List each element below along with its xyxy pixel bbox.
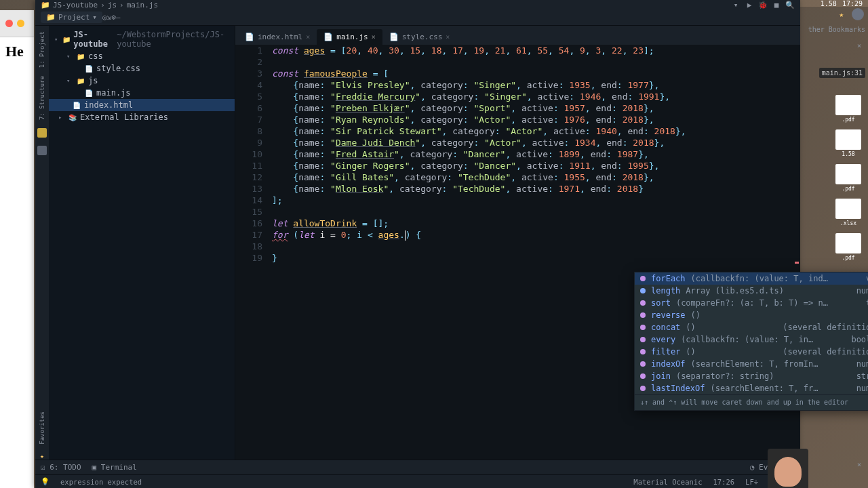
tree-index-file[interactable]: 📄index.html (49, 99, 235, 111)
completion-item[interactable]: forEach(callbackfn: (value: T, ind…void (635, 272, 868, 285)
tree-js-file[interactable]: 📄main.js (49, 87, 235, 99)
traffic-min-icon[interactable] (17, 20, 24, 27)
bottom-tool-tabs: ☑ 6: TODO ▣ Terminal ◔ Event Lo (35, 460, 800, 474)
desktop-file[interactable]: .pdf (831, 233, 865, 261)
status-bar: 💡 expression expected Material Oceanic 1… (35, 474, 800, 488)
completion-hint: ↓↑ and ⌃↑ will move caret down and up in… (635, 394, 868, 410)
breadcrumb-bar: 📁 JS-youtube › js › main.js ▾ ▶ 🐞 ■ 🔍 (35, 0, 800, 9)
webcam-overlay (768, 449, 808, 488)
desktop-file[interactable]: 1.58 (831, 129, 865, 157)
desktop-file[interactable]: .pdf (831, 164, 865, 192)
close-icon[interactable]: × (446, 33, 450, 41)
crumb-project[interactable]: JS-youtube (53, 1, 98, 9)
completion-item[interactable]: every(callbackfn: (value: T, in…boolean (635, 333, 868, 346)
completion-item[interactable]: length Array (lib.es5.d.ts)number (635, 285, 868, 297)
search-icon[interactable]: 🔍 (785, 0, 795, 9)
tree-external-libs[interactable]: ▸📚External Libraries (49, 111, 235, 123)
tree-root[interactable]: ▾📁JS-youtube ~/WebstormProjects/JS-youtu… (49, 28, 235, 50)
crumb-folder[interactable]: js (108, 1, 117, 9)
project-tree: ▾📁JS-youtube ~/WebstormProjects/JS-youtu… (49, 26, 235, 460)
dropdown-icon[interactable]: ▾ (731, 0, 741, 9)
completion-item[interactable]: reverse()T[] (635, 309, 868, 321)
desktop-file[interactable]: .xlsx (831, 199, 865, 226)
project-icon: 📁 (41, 1, 50, 9)
bookmarks-bar-fragment[interactable]: ther Bookmarks (808, 26, 865, 33)
close-icon[interactable]: × (372, 33, 376, 41)
star-icon[interactable]: ★ (839, 10, 844, 19)
bookmark-icon[interactable] (37, 128, 47, 138)
tree-css-dir[interactable]: ▾📁css (49, 50, 235, 62)
traffic-close-icon[interactable] (5, 20, 13, 27)
status-lineending[interactable]: LF÷ (745, 478, 758, 486)
project-dropdown[interactable]: 📁 Project ▾ (41, 12, 102, 23)
page-heading: He (0, 37, 34, 66)
desktop-file[interactable]: .pdf (831, 95, 865, 123)
run-icon[interactable]: ▶ (745, 0, 754, 9)
tool-icon[interactable] (37, 146, 47, 155)
hide-icon[interactable]: — (116, 13, 121, 22)
desktop-file-icons: .pdf1.58.pdf.xlsx.pdf (831, 95, 865, 268)
completion-item[interactable]: filter()(several definitions) (635, 346, 868, 358)
stop-icon[interactable]: ■ (772, 0, 781, 9)
status-message: expression expected (60, 478, 142, 486)
file-indicator: main.js:31 (819, 68, 865, 78)
tool-structure-tab[interactable]: 7: Structure (39, 76, 45, 120)
tab-main[interactable]: 📄main.js× (317, 29, 382, 45)
project-toolbar: 📁 Project ▾ ◎ ⇲ ⚙ — (35, 9, 800, 26)
tool-project-tab[interactable]: 1: Project (39, 31, 45, 68)
completion-item[interactable]: lastIndexOf(searchElement: T, fr…number (635, 382, 868, 394)
settings-icon[interactable]: ⚙ (111, 13, 116, 22)
todo-tab[interactable]: ☑ 6: TODO (41, 463, 81, 472)
target-icon[interactable]: ◎ (102, 13, 107, 22)
crumb-file[interactable]: main.js (127, 1, 158, 9)
error-stripe[interactable] (795, 262, 799, 264)
avatar-icon[interactable] (852, 8, 864, 20)
code-completion-popup[interactable]: forEach(callbackfn: (value: T, ind…voidl… (634, 272, 868, 411)
code-editor[interactable]: 12345678910111213141516171819 const ages… (235, 45, 800, 460)
completion-item[interactable]: sort(compareFn?: (a: T, b: T) => n…this (635, 297, 868, 309)
status-theme[interactable]: Material Oceanic (633, 478, 702, 486)
status-position[interactable]: 17:26 (713, 478, 734, 486)
tool-window-bar-left: 1: Project 7: Structure Favorites ★ (35, 26, 49, 460)
tab-style[interactable]: 📄style.css× (382, 29, 457, 45)
line-gutter: 12345678910111213141516171819 (235, 45, 269, 460)
browser-window-behind: He (0, 10, 34, 488)
tree-css-file[interactable]: 📄style.css (49, 62, 235, 75)
completion-item[interactable]: indexOf(searchElement: T, fromIn…number (635, 358, 868, 370)
close-icon[interactable]: × (854, 41, 864, 50)
tab-index[interactable]: 📄index.html× (238, 29, 317, 45)
star-icon[interactable]: ★ (40, 453, 43, 460)
tree-js-dir[interactable]: ▾📁js (49, 75, 235, 87)
bulb-icon[interactable]: 💡 (41, 477, 50, 486)
completion-item[interactable]: join(separator?: string)string (635, 370, 868, 382)
tool-favorites-tab[interactable]: Favorites (39, 411, 45, 445)
terminal-tab[interactable]: ▣ Terminal (92, 463, 137, 472)
ide-window: 📁 JS-youtube › js › main.js ▾ ▶ 🐞 ■ 🔍 📁 … (35, 0, 800, 488)
completion-item[interactable]: concat()(several definitions) (635, 321, 868, 333)
collapse-icon[interactable]: ⇲ (107, 13, 112, 22)
debug-icon[interactable]: 🐞 (758, 0, 768, 9)
editor-tabs: 📄index.html× 📄main.js× 📄style.css× (235, 26, 800, 45)
close-icon[interactable]: × (306, 33, 310, 41)
close-icon[interactable]: × (854, 460, 864, 469)
